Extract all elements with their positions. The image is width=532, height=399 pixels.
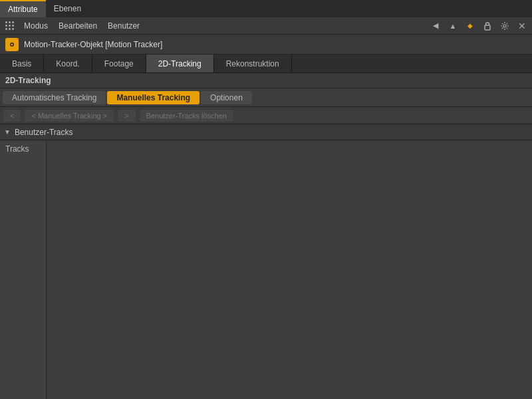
tracks-area: ▼ Benutzer-Tracks Tracks (0, 124, 532, 399)
object-type-icon (5, 38, 19, 51)
svg-point-4 (11, 43, 13, 45)
menu-bar: Modus Bearbeiten Benutzer ◀ ▲ ◆ (0, 17, 532, 35)
manuelles-tracking-button[interactable]: < Manuelles Tracking > (24, 109, 114, 122)
tracks-label-column: Tracks (0, 140, 47, 399)
tracks-content-area (47, 140, 532, 399)
menu-benutzer[interactable]: Benutzer (102, 19, 145, 33)
tab-footage[interactable]: Footage (92, 55, 146, 72)
subtab-automatisches[interactable]: Automatisches Tracking (3, 91, 106, 104)
svg-rect-0 (485, 25, 490, 30)
diamond-icon[interactable]: ◆ (463, 19, 477, 33)
top-tab-bar: Attribute Ebenen (0, 0, 532, 17)
tab-2d-tracking[interactable]: 2D-Tracking (146, 55, 214, 72)
toolbar-right: ◀ ▲ ◆ ✕ (428, 19, 529, 33)
prev-button[interactable]: < (3, 109, 21, 122)
object-header: Motion-Tracker-Objekt [Motion Tracker] (0, 35, 532, 55)
settings-icon[interactable] (497, 19, 512, 33)
main-content: 2D-Tracking Automatisches Tracking Manue… (0, 73, 532, 399)
collapse-arrow-icon: ▼ (4, 128, 11, 136)
benutzer-tracks-header[interactable]: ▼ Benutzer-Tracks (0, 124, 532, 140)
tab-rekonstruktion[interactable]: Rekonstruktion (214, 55, 292, 72)
sub-tab-bar: Automatisches Tracking Manuelles Trackin… (0, 88, 532, 107)
close-icon[interactable]: ✕ (515, 19, 529, 33)
section-header-2d-tracking: 2D-Tracking (0, 73, 532, 88)
benutzer-tracks-label: Benutzer-Tracks (15, 128, 73, 137)
subtab-optionen[interactable]: Optionen (201, 91, 252, 104)
next-button[interactable]: > (117, 109, 136, 122)
up-icon[interactable]: ▲ (446, 19, 460, 33)
tab-koord[interactable]: Koord. (44, 55, 92, 72)
tab-ebenen[interactable]: Ebenen (46, 0, 89, 17)
menu-modus[interactable]: Modus (19, 19, 53, 33)
tab-attribute[interactable]: Attribute (0, 0, 46, 17)
main-panel: Attribute Ebenen Modus Bearbeiten Benutz… (0, 0, 532, 399)
tracks-body: Tracks (0, 140, 532, 399)
menu-bearbeiten[interactable]: Bearbeiten (53, 19, 102, 33)
main-tab-bar: Basis Koord. Footage 2D-Tracking Rekonst… (0, 55, 532, 73)
controls-row: < < Manuelles Tracking > > Benutzer-Trac… (0, 107, 532, 124)
grid-menu-icon[interactable] (3, 19, 17, 33)
object-title: Motion-Tracker-Objekt [Motion Tracker] (24, 40, 162, 49)
prev-icon[interactable]: ◀ (428, 19, 443, 33)
subtab-manuelles[interactable]: Manuelles Tracking (107, 91, 200, 104)
svg-point-1 (503, 25, 506, 27)
delete-tracks-button[interactable]: Benutzer-Tracks löschen (139, 109, 234, 122)
lock-icon[interactable] (480, 19, 495, 33)
tab-basis[interactable]: Basis (0, 55, 44, 72)
